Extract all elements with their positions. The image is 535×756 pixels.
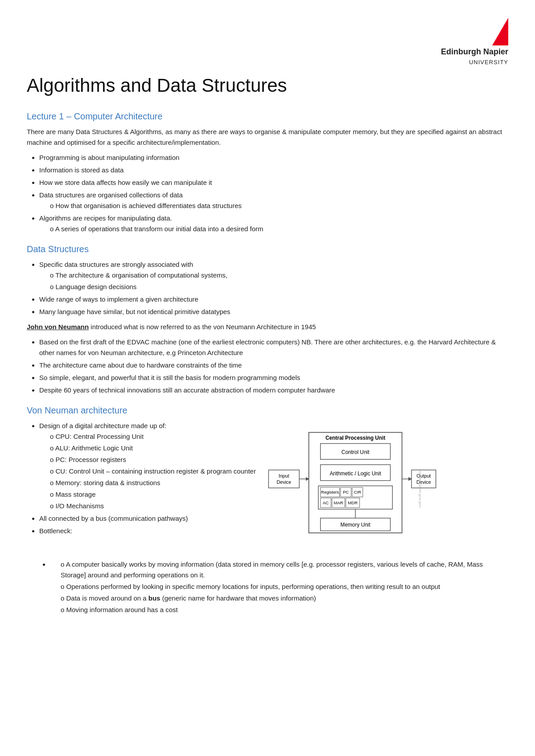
svg-text:MAR: MAR [334,500,343,505]
list-item: How that organisation is achieved differ… [50,200,508,211]
logo-area: Edinburgh Napier UNIVERSITY [441,18,508,66]
logo-name-line2: UNIVERSITY [469,59,508,65]
list-item: Despite 60 years of technical innovation… [39,385,508,396]
list-item: ALU: Arithmetic Logic Unit [50,443,259,454]
bottleneck-section: A computer basically works by moving inf… [27,559,508,615]
bottleneck-sub-list: A computer basically works by moving inf… [61,559,508,615]
list-item: Mass storage [50,489,259,500]
svg-text:Memory Unit: Memory Unit [341,522,371,528]
list-item: A computer basically works by moving inf… [50,559,508,615]
bus-bold: bus [148,594,160,602]
list-item: The architecture & organisation of compu… [50,270,508,281]
svg-text:Control Unit: Control Unit [342,449,370,455]
list-item: A computer basically works by moving inf… [61,559,508,580]
logo-text: Edinburgh Napier UNIVERSITY [441,47,508,66]
svg-text:MDR: MDR [348,500,358,505]
header: Edinburgh Napier UNIVERSITY [27,18,508,66]
vn-sub-list: CPU: Central Processing Unit ALU: Arithm… [50,431,259,511]
svg-text:AC: AC [323,500,329,505]
list-item: Moving information around has a cost [61,605,508,615]
ds-sub-list: The architecture & organisation of compu… [50,270,508,292]
list-item: PC: Processor registers [50,454,259,465]
list-item: Bottleneck: [39,526,259,536]
list-item: How we store data affects how easily we … [39,177,508,188]
data-structures-heading: Data Structures [27,242,508,256]
vn-heading: Von Neuman architecture [27,404,508,417]
svg-text:PC: PC [343,490,349,494]
list-item: Wide range of ways to implement a given … [39,294,508,305]
list-item: Based on the first draft of the EDVAC ma… [39,337,508,358]
jvn-name: John von Neumann [27,323,89,331]
intro-sub-list: How that organisation is achieved differ… [50,200,508,211]
list-item: Data structures are organised collection… [39,190,508,211]
intro-sub-list-2: A series of operations that transform ou… [50,224,508,234]
list-item: Memory: storing data & instructions [50,478,259,488]
svg-text:Input: Input [279,473,289,478]
list-item: Many language have similar, but not iden… [39,306,508,317]
cpu-diagram-container: Input Device Central Processing Unit Con… [268,425,437,555]
list-item: Information is stored as data [39,165,508,176]
cpu-diagram-svg: Input Device Central Processing Unit Con… [268,425,437,552]
list-item: All connected by a bus (communication pa… [39,513,259,524]
intro-bullet-list: Programming is about manipulating inform… [39,152,508,234]
list-item: Programming is about manipulating inform… [39,152,508,163]
list-item: So simple, elegant, and powerful that it… [39,372,508,383]
lecture-heading: Lecture 1 – Computer Architecture [27,110,508,123]
main-title: Algorithms and Data Structures [27,74,508,97]
list-item: CPU: Central Processing Unit [50,431,259,442]
ds-bullet-list: Specific data structures are strongly as… [39,259,508,317]
intro-paragraph: There are many Data Structures & Algorit… [27,127,508,148]
list-item: A series of operations that transform ou… [50,224,508,234]
svg-text:computerscience.gcse.guru: computerscience.gcse.guru [418,469,422,508]
logo-name-line1: Edinburgh Napier [441,47,508,56]
svg-text:Central Processing Unit: Central Processing Unit [325,435,385,441]
list-item: Design of a digital architecture made up… [39,421,259,511]
list-item: I/O Mechanisms [50,501,259,511]
list-item: Specific data structures are strongly as… [39,259,508,292]
list-item: Language design decisions [50,282,508,292]
svg-text:Arithmetic / Logic Unit: Arithmetic / Logic Unit [329,470,381,476]
bottleneck-list: A computer basically works by moving inf… [50,559,508,615]
list-item: The architecture came about due to hardw… [39,360,508,371]
vn-section: Design of a digital architecture made up… [27,421,508,555]
list-item: Operations performed by looking in speci… [61,581,508,592]
list-item: Data is moved around on a bus (generic n… [61,593,508,604]
list-item: Algorithms are recipes for manipulating … [39,213,508,234]
jvn-paragraph: John von Neumann introduced what is now … [27,322,508,332]
svg-text:CIR: CIR [354,490,362,494]
list-item: CU: Control Unit – containing instructio… [50,466,259,477]
vn-design-list: Design of a digital architecture made up… [39,421,259,536]
logo-triangle-icon [492,18,508,45]
svg-text:Device: Device [277,479,292,484]
svg-text:Registers: Registers [321,490,339,494]
jvn-intro-text: introduced what is now referred to as th… [89,323,316,331]
vn-content-left: Design of a digital architecture made up… [27,421,259,541]
jvn-bullet-list: Based on the first draft of the EDVAC ma… [39,337,508,396]
